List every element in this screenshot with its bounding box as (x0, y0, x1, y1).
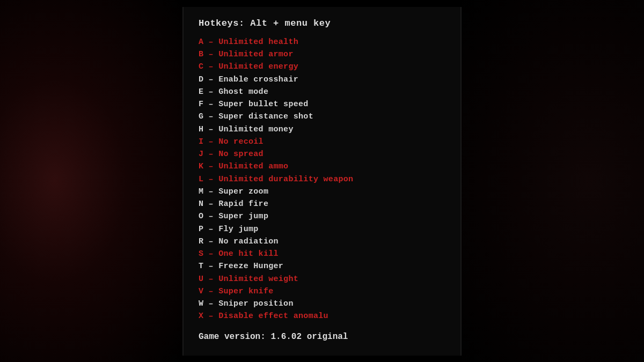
cheat-item-l: L – Unlimited durability weapon (199, 173, 445, 186)
cheat-item-r: R – No radiation (199, 235, 445, 248)
version-text: Game version: 1.6.02 original (199, 330, 445, 344)
panel-title: Hotkeys: Alt + menu key (199, 17, 445, 31)
cheat-item-g: G – Super distance shot (199, 110, 445, 123)
cheat-item-b: B – Unlimited armor (199, 48, 445, 61)
cheat-item-k: K – Unlimited ammo (199, 160, 445, 173)
cheat-panel: Hotkeys: Alt + menu key A – Unlimited he… (182, 7, 462, 356)
cheat-item-i: I – No recoil (199, 136, 445, 148)
cheat-item-t: T – Freeze Hunger (199, 260, 445, 272)
cheat-item-s: S – One hit kill (199, 248, 445, 260)
cheat-item-v: V – Super knife (199, 285, 445, 298)
cheat-item-u: U – Unlimited weight (199, 273, 445, 285)
cheat-item-m: M – Super zoom (199, 186, 445, 198)
cheat-item-h: H – Unlimited money (199, 123, 445, 136)
cheat-item-e: E – Ghost mode (199, 86, 445, 98)
cheat-item-o: O – Super jump (199, 210, 445, 223)
cheat-item-a: A – Unlimited health (199, 36, 445, 48)
cheat-item-w: W – Sniper position (199, 298, 445, 310)
cheat-item-f: F – Super bullet speed (199, 98, 445, 110)
cheat-item-d: D – Enable crosshair (199, 73, 445, 86)
background-left (0, 0, 182, 362)
cheat-item-p: P – Fly jump (199, 223, 445, 235)
cheat-item-j: J – No spread (199, 148, 445, 160)
cheat-item-c: C – Unlimited energy (199, 61, 445, 73)
background-right (462, 0, 644, 362)
cheat-item-x: X – Disable effect anomalu (199, 310, 445, 322)
cheat-list: A – Unlimited healthB – Unlimited armorC… (199, 36, 445, 323)
cheat-item-n: N – Rapid fire (199, 198, 445, 210)
